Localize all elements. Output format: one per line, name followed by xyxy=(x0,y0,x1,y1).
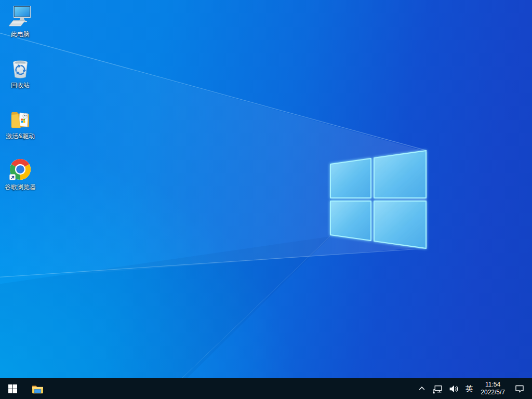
desktop-icon-label: 谷歌浏览器 xyxy=(5,183,36,191)
file-explorer-button[interactable] xyxy=(25,378,50,399)
desktop-icon-activation-drivers[interactable]: 激活&驱动 xyxy=(1,106,40,140)
desktop-icon-google-chrome[interactable]: 谷歌浏览器 xyxy=(1,157,40,191)
desktop-icon-label: 此电脑 xyxy=(11,31,30,38)
ethernet-network-icon xyxy=(432,383,443,394)
desktop-screen: 此电脑 回收站 xyxy=(0,0,532,399)
file-explorer-icon xyxy=(31,382,44,395)
notification-bubble-icon xyxy=(514,383,525,394)
recycle-bin-icon xyxy=(8,55,33,80)
chevron-up-icon xyxy=(417,383,427,394)
language-indicator[interactable]: 英 xyxy=(462,378,477,399)
clock[interactable]: 11:54 2022/5/7 xyxy=(476,378,509,399)
desktop-icon-this-pc[interactable]: 此电脑 xyxy=(1,4,40,38)
desktop-icon-label: 回收站 xyxy=(11,82,30,89)
taskbar-empty-area[interactable] xyxy=(50,378,414,399)
activation-drivers-folder-icon xyxy=(8,106,33,131)
volume-tray-button[interactable] xyxy=(446,378,462,399)
taskbar: 英 11:54 2022/5/7 xyxy=(0,378,532,399)
windows-start-icon xyxy=(8,384,17,393)
clock-date: 2022/5/7 xyxy=(481,389,505,396)
start-button[interactable] xyxy=(0,378,25,399)
clock-time: 11:54 xyxy=(485,381,500,389)
desktop-icon-recycle-bin[interactable]: 回收站 xyxy=(1,55,40,89)
speaker-volume-icon xyxy=(448,383,459,394)
windows-logo-artwork xyxy=(0,0,532,378)
google-chrome-icon xyxy=(8,157,33,182)
desktop-icon-label: 激活&驱动 xyxy=(6,132,35,140)
wallpaper[interactable] xyxy=(0,0,532,378)
action-center-button[interactable] xyxy=(509,378,530,399)
this-pc-icon xyxy=(8,4,33,29)
system-tray: 英 11:54 2022/5/7 xyxy=(414,378,532,399)
language-indicator-label: 英 xyxy=(466,384,473,394)
hidden-icons-button[interactable] xyxy=(414,378,430,399)
network-tray-button[interactable] xyxy=(430,378,446,399)
